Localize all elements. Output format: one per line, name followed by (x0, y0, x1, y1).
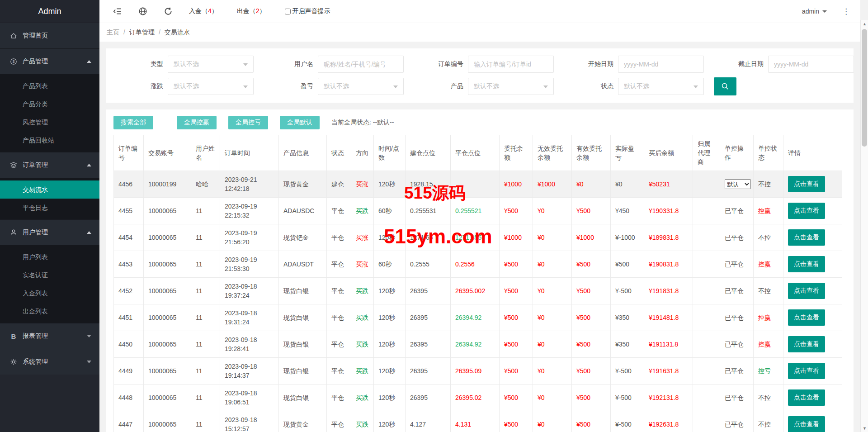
chevron-down-icon (87, 335, 91, 337)
filter-input-截止日期[interactable] (774, 61, 848, 68)
sidebar-subitem[interactable]: 风控管理 (0, 113, 99, 131)
cell-close-point: 26394.92 (451, 331, 500, 358)
scroll-up-icon[interactable]: ▲ (861, 20, 868, 28)
filter-input-用户名[interactable] (324, 61, 398, 68)
cell-control-state: 控赢 (754, 198, 783, 224)
cell-direction: 买跌 (351, 198, 374, 224)
global-status-text: 当前全局状态: --默认-- (331, 119, 394, 127)
filter-label: 状态 (570, 82, 613, 90)
sidebar-subitem[interactable]: 用户列表 (0, 248, 99, 266)
control-select[interactable]: 默认 (725, 179, 751, 189)
filter-select-涨跌[interactable]: 默认不选 (168, 78, 254, 95)
action-button-3[interactable]: 全局默认 (280, 116, 320, 129)
cell-detail: 点击查看 (783, 358, 842, 385)
cell-username: 11 (191, 278, 220, 304)
column-header: 平仓点位 (451, 135, 500, 171)
cell-period: 120秒 (374, 411, 406, 432)
scroll-down-icon[interactable]: ▼ (861, 424, 868, 432)
order-row: 444710000065112023-09-18 15:12:57现货黄金平仓买… (114, 411, 842, 432)
filter-select-产品[interactable]: 默认不选 (468, 78, 554, 95)
cell-balance: ¥190331.8 (644, 198, 693, 224)
filter-input-开始日期[interactable] (624, 61, 698, 68)
order-row: 444910000065112023-09-18 19:14:37现货白银平仓买… (114, 358, 842, 385)
sidebar-item-5[interactable]: 系统管理 (0, 349, 99, 375)
action-button-2[interactable]: 全局控亏 (228, 116, 268, 129)
select-value: 默认不选 (624, 82, 649, 90)
page-scrollbar[interactable]: ▲ ▼ (860, 20, 868, 432)
cell-status: 平仓 (327, 411, 351, 432)
cell-username: 11 (191, 251, 220, 278)
sidebar-item-4[interactable]: B报表管理 (0, 323, 99, 349)
cell-entrust: ¥500 (500, 304, 533, 331)
cell-period: 120秒 (374, 358, 406, 385)
cell-control-state: 不控 (754, 171, 783, 198)
sidebar-subitem[interactable]: 入金列表 (0, 284, 99, 302)
view-detail-button[interactable]: 点击查看 (788, 256, 825, 272)
view-detail-button[interactable]: 点击查看 (788, 416, 825, 432)
cell-control-state: 不控 (754, 224, 783, 251)
action-button-0[interactable]: 搜索全部 (113, 116, 153, 129)
withdraw-badge[interactable]: 出金（2） (237, 7, 266, 15)
deposit-badge[interactable]: 入金（4） (189, 7, 218, 15)
filter-input-订单编号[interactable] (474, 61, 548, 68)
view-detail-button[interactable]: 点击查看 (788, 176, 825, 192)
view-detail-button[interactable]: 点击查看 (788, 389, 825, 406)
order-row: 445010000065112023-09-18 19:28:41现货白银平仓买… (114, 331, 842, 358)
sidebar-subitem[interactable]: 交易流水 (0, 180, 99, 199)
view-detail-button[interactable]: 点击查看 (788, 283, 825, 299)
sidebar-subitem[interactable]: 出金列表 (0, 302, 99, 320)
topbar: 入金（4） 出金（2） 开启声音提示 admin ⋮ (99, 0, 860, 23)
view-detail-button[interactable]: 点击查看 (788, 336, 825, 352)
cell-order-id: 4454 (114, 224, 144, 251)
sound-label: 开启声音提示 (292, 7, 330, 15)
filter-select-盈亏[interactable]: 默认不选 (318, 78, 404, 95)
more-menu-icon[interactable]: ⋮ (842, 7, 850, 16)
breadcrumb-item[interactable]: 订单管理 (129, 28, 155, 36)
search-button[interactable] (714, 77, 736, 95)
sound-checkbox[interactable] (285, 9, 291, 14)
sidebar-item-1[interactable]: $产品管理 (0, 49, 99, 74)
view-detail-button[interactable]: 点击查看 (788, 229, 825, 246)
cell-account: 10000065 (144, 385, 191, 411)
sound-toggle[interactable]: 开启声音提示 (285, 7, 330, 15)
cell-control-state: 控赢 (754, 251, 783, 278)
view-detail-button[interactable]: 点击查看 (788, 363, 825, 379)
filter-select-状态[interactable]: 默认不选 (618, 78, 704, 95)
cell-control-op: 已平仓 (720, 304, 754, 331)
sidebar-item-2[interactable]: 订单管理 (0, 152, 99, 178)
filter-select-类型[interactable]: 默认不选 (168, 56, 254, 73)
sidebar-subitem[interactable]: 产品列表 (0, 77, 99, 95)
chevron-up-icon (87, 60, 91, 63)
breadcrumb-item[interactable]: 主页 (107, 28, 119, 36)
cell-period: 120秒 (374, 331, 406, 358)
cell-product: 现货黄金 (279, 171, 327, 198)
cell-detail: 点击查看 (783, 278, 842, 304)
collapse-sidebar-icon[interactable] (113, 7, 122, 16)
sidebar-subitem[interactable]: 产品分类 (0, 95, 99, 113)
globe-icon[interactable] (138, 7, 147, 16)
cell-invalid-entrust: ¥0 (533, 304, 572, 331)
view-detail-button[interactable]: 点击查看 (788, 203, 825, 219)
cell-direction: 买涨 (351, 224, 374, 251)
cell-profit: ¥-500 (611, 278, 644, 304)
filter-label: 开始日期 (570, 60, 613, 68)
sidebar-subitem[interactable]: 实名认证 (0, 266, 99, 284)
cell-entrust: ¥500 (500, 198, 533, 224)
scrollbar-thumb[interactable] (862, 29, 867, 147)
sidebar-item-3[interactable]: 用户管理 (0, 220, 99, 245)
cell-period: 60秒 (374, 251, 406, 278)
filter-label: 截止日期 (720, 60, 764, 68)
user-menu[interactable]: admin (802, 8, 827, 15)
view-detail-button[interactable]: 点击查看 (788, 309, 825, 326)
sidebar-subitem[interactable]: 平仓日志 (0, 199, 99, 217)
sidebar-item-0[interactable]: 管理首页 (0, 23, 99, 48)
cell-order-id: 4452 (114, 278, 144, 304)
cell-control-op: 已平仓 (720, 198, 754, 224)
cell-close-point: 26394.92 (451, 304, 500, 331)
cell-username: 11 (191, 358, 220, 385)
sidebar-subitem[interactable]: 产品回收站 (0, 131, 99, 149)
cell-period: 120秒 (374, 171, 406, 198)
refresh-icon[interactable] (164, 7, 173, 16)
action-button-1[interactable]: 全局控赢 (177, 116, 217, 129)
cell-open-point: 26395 (406, 331, 451, 358)
